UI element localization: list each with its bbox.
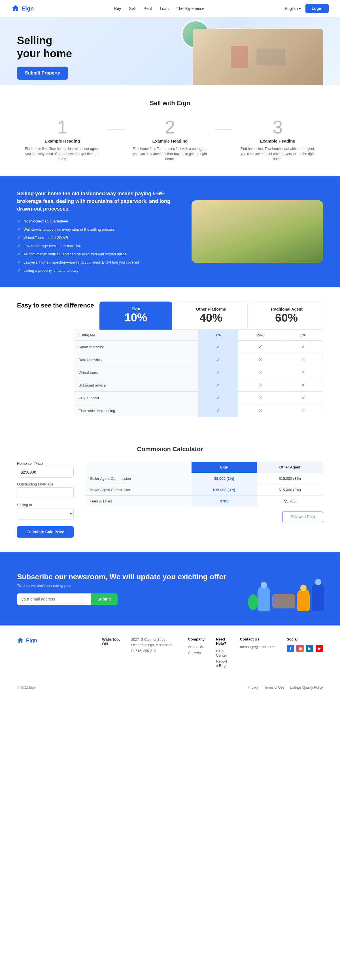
- step-1: 1 Example Heading Find home first. Tour …: [17, 118, 108, 162]
- results-eign-header: Eign: [192, 462, 257, 473]
- eign-col-header: Eign 10%: [99, 302, 172, 329]
- footer-careers[interactable]: Careers: [188, 651, 205, 655]
- check-icon-2: ✓: [17, 227, 21, 232]
- check-item-6: ✓Lawyers, home inspection—anything you n…: [17, 259, 175, 265]
- blue-info-section: Selling your home the old fashioned way …: [0, 176, 340, 287]
- footer-bottom: © 2022 Eign Privacy Terms of Use Listing…: [0, 681, 340, 694]
- nav-loan[interactable]: Loan: [160, 6, 168, 11]
- comparison-title-area: Easy to see the difference: [17, 302, 94, 310]
- check-icon-1: ✓: [17, 218, 21, 224]
- facebook-icon[interactable]: f: [287, 645, 294, 652]
- contact-col-title: Contact Us: [240, 637, 275, 641]
- home-price-label: Home sell Price: [17, 461, 74, 466]
- person-3: [312, 583, 324, 611]
- footer-location-col: Waterloo, ON: [102, 637, 120, 670]
- steps-container: 1 Example Heading Find home first. Tour …: [17, 118, 323, 162]
- mortgage-field: Outstanding Mortgage: [17, 482, 74, 498]
- footer-report-bug[interactable]: Report a Bug: [216, 659, 229, 668]
- copyright: © 2022 Eign: [17, 686, 36, 689]
- calculator-results: Eign Other Agent Seller Agent Commission…: [85, 461, 323, 522]
- results-table: Eign Other Agent Seller Agent Commission…: [85, 461, 323, 507]
- plant-icon: [248, 594, 258, 610]
- footer-help-center[interactable]: Help Center: [216, 649, 229, 657]
- illustration-people: [248, 583, 324, 611]
- property-image-inner: [192, 200, 323, 263]
- linkedin-icon[interactable]: in: [306, 645, 313, 652]
- nav-experience[interactable]: The Experience: [176, 6, 204, 11]
- step-2: 2 Example Heading Find home first. Tour …: [125, 118, 215, 162]
- selling-in-field: Selling in: [17, 503, 74, 519]
- footer-logo: Eign: [17, 637, 91, 644]
- footer-terms[interactable]: Terms of Use: [264, 686, 284, 689]
- calculator-layout: Home sell Price Outstanding Mortgage Sel…: [17, 461, 323, 538]
- hero-text: Selling your home Submit Property: [17, 34, 72, 80]
- submit-property-button[interactable]: Submit Property: [17, 67, 68, 80]
- blue-property-image: [192, 200, 323, 263]
- instagram-icon[interactable]: ◉: [296, 645, 304, 652]
- social-icons: f ◉ in ▶: [287, 645, 323, 652]
- step-divider-1: [108, 129, 125, 130]
- newsletter-subtext: Trust us we don't spamming you.: [17, 584, 226, 588]
- selling-in-select[interactable]: [17, 508, 74, 519]
- home-price-input[interactable]: [17, 467, 74, 477]
- person-2: [297, 589, 310, 611]
- newsletter-submit-button[interactable]: Submit: [91, 593, 118, 605]
- check-item-4: ✓Low brokerage fees—less than 1%: [17, 243, 175, 248]
- footer-listings-quality[interactable]: Listings Quality Policy: [290, 686, 323, 689]
- footer-logo-icon: [17, 637, 24, 644]
- mortgage-input[interactable]: [17, 487, 74, 498]
- navbar: Eign Buy Sell Rent Loan The Experience E…: [0, 0, 340, 17]
- other-col-header: Other Platforms 40%: [175, 302, 248, 329]
- footer-logo-area: Eign: [17, 637, 91, 646]
- hero-images: [164, 29, 323, 85]
- login-button[interactable]: Login: [305, 4, 329, 13]
- calculator-section: Commision Calculator Home sell Price Out…: [0, 431, 340, 552]
- footer-address: 2027, G Canmer Street, Ocean Springs, Mi…: [131, 637, 176, 648]
- calculator-inputs: Home sell Price Outstanding Mortgage Sel…: [17, 461, 74, 538]
- person-1: [257, 586, 270, 611]
- footer-top-inner: Eign Waterloo, ON 2027, G Canmer Street,…: [17, 637, 323, 670]
- hero-section: Selling your home Submit Property: [0, 17, 340, 85]
- calculate-button[interactable]: Calculate Sale Price: [17, 526, 74, 538]
- check-item-1: ✓No middle-man guaranteed: [17, 218, 175, 224]
- footer-columns: Waterloo, ON 2027, G Canmer Street, Ocea…: [102, 637, 323, 670]
- footer-email[interactable]: message@email.com: [240, 645, 275, 649]
- nav-buy[interactable]: Buy: [114, 6, 121, 11]
- home-price-field: Home sell Price: [17, 461, 74, 477]
- check-icon-3: ✓: [17, 235, 21, 240]
- footer-about-us[interactable]: About Us: [188, 645, 205, 649]
- footer: Eign Waterloo, ON 2027, G Canmer Street,…: [0, 625, 340, 694]
- language-selector[interactable]: English ▾: [285, 6, 301, 11]
- newsletter-illustration: [249, 566, 323, 611]
- comparison-cols-header: Eign 10% Other Platforms 40% Traditional…: [99, 302, 323, 329]
- company-col-title: Company: [188, 637, 205, 641]
- youtube-icon[interactable]: ▶: [316, 645, 323, 652]
- footer-address-col: 2027, G Canmer Street, Ocean Springs, Mi…: [131, 637, 176, 670]
- logo[interactable]: Eign: [11, 5, 34, 13]
- check-icon-5: ✓: [17, 251, 21, 257]
- newsletter-section: Subscribe our newsroom, We will update y…: [0, 552, 340, 625]
- results-empty-header: [85, 462, 192, 473]
- step-divider-2: [215, 129, 232, 130]
- blue-checklist: ✓No middle-man guaranteed ✓Wall-to-wall …: [17, 218, 175, 273]
- sell-section-title: Sell with Eign: [17, 99, 323, 107]
- talk-btn-wrapper: Talk with Eign: [85, 512, 323, 522]
- footer-contact-col: Contact Us message@email.com: [240, 637, 275, 670]
- blue-text: Selling your home the old fashioned way …: [17, 190, 175, 273]
- comparison-table-wrapper: Listing fee 1% 24% 6% Smart matching ✓ ✓…: [17, 329, 323, 417]
- check-item-2: ✓Wall-to-wall support for every step of …: [17, 227, 175, 232]
- check-item-7: ✓Listing a property is fast and easy: [17, 268, 175, 273]
- talk-with-eign-button[interactable]: Talk with Eign: [282, 512, 323, 522]
- check-item-3: ✓Virtual Tours—in full 3D VR: [17, 235, 175, 240]
- footer-top: Eign Waterloo, ON 2027, G Canmer Street,…: [0, 625, 340, 681]
- calculator-title: Commision Calculator: [17, 445, 323, 453]
- logo-icon: [11, 5, 19, 13]
- desk-illustration: [272, 594, 295, 608]
- sell-with-eign-section: Sell with Eign 1 Example Heading Find ho…: [0, 85, 340, 176]
- nav-sell[interactable]: Sell: [129, 6, 135, 11]
- newsletter-email-input[interactable]: [17, 593, 91, 605]
- footer-phone: P (516) 855-212: [131, 649, 176, 653]
- nav-rent[interactable]: Rent: [144, 6, 152, 11]
- footer-privacy[interactable]: Privacy: [247, 686, 258, 689]
- check-icon-6: ✓: [17, 259, 21, 265]
